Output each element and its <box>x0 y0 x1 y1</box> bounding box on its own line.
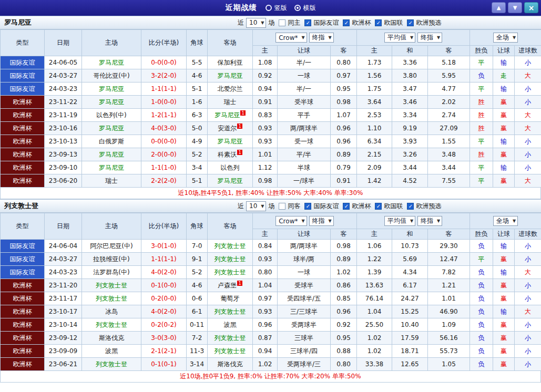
competition-checkbox[interactable] <box>304 19 311 26</box>
home-team-name[interactable]: 白俄罗斯 <box>99 138 124 145</box>
close-button[interactable]: × <box>524 2 538 13</box>
home-team-name[interactable]: 罗马尼亚 <box>99 85 124 92</box>
subcol-result-handicap: 让球 <box>493 46 515 56</box>
odds-mode-select[interactable]: 终指▼ <box>309 33 334 43</box>
result-group-header: 全场▼ <box>470 30 541 46</box>
home-team-name[interactable]: 列支敦士登 <box>96 360 127 368</box>
away-team-name[interactable]: 以色列 <box>221 164 240 171</box>
home-team-name[interactable]: 拉脱维亚(中) <box>93 255 129 263</box>
score: 0-0(0-0) <box>141 56 187 69</box>
odds-mode-select[interactable]: 终指▼ <box>309 216 334 226</box>
result-goals: 小 <box>515 332 541 345</box>
away-team-name[interactable]: 列支敦士登 <box>215 308 246 315</box>
avg-odds-draw: 3.47 <box>392 82 428 96</box>
home-team-name[interactable]: 阿尔巴尼亚(中) <box>90 242 132 250</box>
away-team-name[interactable]: 列支敦士登 <box>215 269 246 276</box>
match-count-value: 10 <box>249 202 257 210</box>
subcol-odds-home: 主 <box>253 46 278 56</box>
corner-count: 0-6 <box>187 292 208 305</box>
away-team-name[interactable]: 罗马尼亚 <box>218 177 243 184</box>
avg-mode-select[interactable]: 终指▼ <box>417 33 442 43</box>
away-team-name[interactable]: 保加利亚 <box>218 59 243 66</box>
col-header-score: 比分(半场) <box>141 30 187 56</box>
away-team-name[interactable]: 卢森堡 <box>218 282 237 289</box>
away-team-name[interactable]: 列支敦士登 <box>215 242 246 250</box>
table-row: 欧洲杯 23-06-20 瑞士 2-2(2-0) 5-1 罗马尼亚 0.98 一… <box>1 174 541 188</box>
avg-odds-away: 7.55 <box>428 174 470 188</box>
avg-source-select[interactable]: 平均值▼ <box>384 216 415 226</box>
handicap-line: 受两球半 <box>278 318 331 332</box>
away-team-name[interactable]: 列支敦士登 <box>215 334 246 342</box>
result-handicap: 赢 <box>493 358 515 371</box>
away-team-name[interactable]: 列支敦士登 <box>215 255 246 263</box>
home-team-name[interactable]: 斯洛伐克 <box>99 334 124 342</box>
home-team-name[interactable]: 列支敦士登 <box>96 295 127 302</box>
competition-checkbox[interactable] <box>375 203 382 210</box>
home-team-cell: 罗马尼亚 <box>82 148 141 161</box>
match-count-select[interactable]: 10▼ <box>246 18 266 28</box>
scroll-down-button[interactable]: ▼ <box>508 2 522 13</box>
away-team-name[interactable]: 安道尔 <box>218 125 237 132</box>
table-row: 国际友谊 24-03-27 哥伦比亚(中) 3-2(2-0) 4-6 罗马尼亚 … <box>1 69 541 82</box>
chevron-down-icon: ▼ <box>410 35 413 40</box>
scroll-up-button[interactable]: ▲ <box>492 2 506 13</box>
home-team-name[interactable]: 哥伦比亚(中) <box>93 72 129 79</box>
result-outcome: 负 <box>470 332 493 345</box>
competition-checkbox[interactable] <box>407 19 414 26</box>
result-outcome: 胜 <box>470 148 493 161</box>
result-outcome: 平 <box>470 253 493 266</box>
competition-checkbox[interactable] <box>304 203 311 210</box>
handicap-odds-home: 0.91 <box>253 96 278 109</box>
home-team-name[interactable]: 罗马尼亚 <box>99 59 124 66</box>
competition-checkbox[interactable] <box>375 19 382 26</box>
scope-select[interactable]: 全场▼ <box>493 216 518 226</box>
match-count-select[interactable]: 10▼ <box>246 201 266 211</box>
home-team-name[interactable]: 罗马尼亚 <box>99 98 124 106</box>
odds-source-select[interactable]: Crow*▼ <box>275 33 307 43</box>
home-team-name[interactable]: 冰岛 <box>105 308 118 315</box>
layout-radio-horizontal[interactable]: 横版 <box>294 4 316 13</box>
away-team-name[interactable]: 北爱尔兰 <box>218 85 243 92</box>
away-team-name[interactable]: 斯洛伐克 <box>218 360 243 368</box>
odds-source-select[interactable]: Crow*▼ <box>275 216 307 226</box>
away-team-name[interactable]: 罗马尼亚 <box>215 111 240 119</box>
away-team-name[interactable]: 列支敦士登 <box>215 347 246 355</box>
corner-count: 1-6 <box>187 96 208 109</box>
avg-source-select[interactable]: 平均值▼ <box>384 33 415 43</box>
table-row: 国际友谊 24-06-05 罗马尼亚 0-0(0-0) 5-5 保加利亚 1.0… <box>1 56 541 69</box>
layout-radio-vertical[interactable]: 竖版 <box>266 4 287 13</box>
chevron-down-icon: ▼ <box>301 35 304 40</box>
result-handicap: 输 <box>493 56 515 69</box>
home-team-name[interactable]: 波黑 <box>105 347 118 355</box>
away-team-name[interactable]: 葡萄牙 <box>221 295 240 302</box>
avg-mode-select[interactable]: 终指▼ <box>417 216 442 226</box>
handicap-odds-away: 0.92 <box>331 318 357 332</box>
home-team-cell: 哥伦比亚(中) <box>82 69 141 82</box>
score: 2-0(0-0) <box>141 148 187 161</box>
handicap-odds-home: 1.04 <box>253 279 278 292</box>
away-team-name[interactable]: 瑞士 <box>224 98 237 106</box>
avg-odds-away: 1.05 <box>428 358 470 371</box>
match-date: 23-09-12 <box>45 332 82 345</box>
scope-select[interactable]: 全场▼ <box>493 33 518 43</box>
home-team-name[interactable]: 罗马尼亚 <box>99 164 124 171</box>
away-team-name[interactable]: 科素沃 <box>218 151 237 158</box>
away-team-name[interactable]: 罗马尼亚 <box>218 138 243 145</box>
away-team-name[interactable]: 罗马尼亚 <box>218 72 243 79</box>
home-team-name[interactable]: 以色列(中) <box>96 111 126 119</box>
score: 0-2(0-2) <box>141 318 187 332</box>
competition-checkbox[interactable] <box>343 203 350 210</box>
subcol-odds-handicap: 让球 <box>278 229 331 240</box>
home-team-name[interactable]: 罗马尼亚 <box>99 125 124 132</box>
competition-checkbox[interactable] <box>343 19 350 26</box>
home-team-name[interactable]: 列支敦士登 <box>96 282 127 289</box>
same-venue-checkbox[interactable] <box>279 203 285 210</box>
home-team-name[interactable]: 瑞士 <box>105 177 118 184</box>
result-outcome: 胜 <box>470 96 493 109</box>
same-venue-checkbox[interactable] <box>279 19 285 26</box>
away-team-name[interactable]: 波黑 <box>224 321 237 328</box>
home-team-name[interactable]: 罗马尼亚 <box>99 151 124 158</box>
competition-checkbox[interactable] <box>407 203 414 210</box>
home-team-name[interactable]: 法罗群岛(中) <box>93 269 129 276</box>
home-team-name[interactable]: 列支敦士登 <box>96 321 127 328</box>
